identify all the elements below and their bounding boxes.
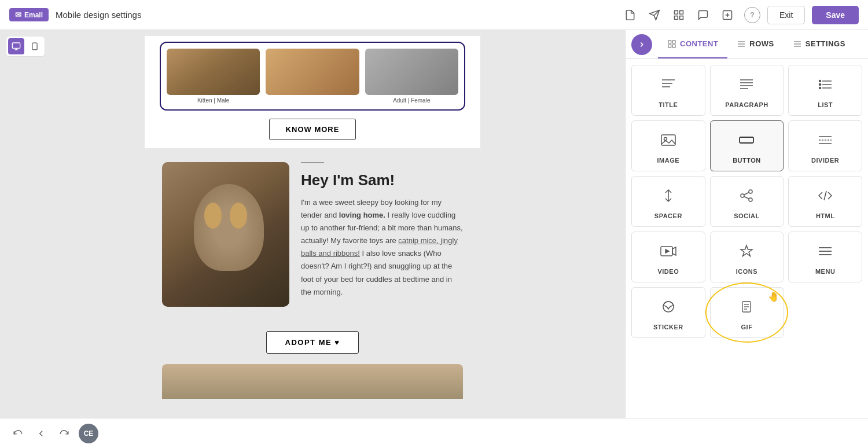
svg-rect-5 — [680, 16, 683, 19]
svg-rect-2 — [674, 10, 678, 14]
svg-rect-12 — [32, 43, 37, 50]
widget-button-label: BUTTON — [733, 157, 761, 164]
widget-divider[interactable]: DIVIDER — [788, 120, 862, 171]
widget-paragraph[interactable]: PARAGRAPH — [710, 65, 784, 116]
sam-image — [162, 162, 289, 307]
right-panel: CONTENT ROWS SETTINGS TITLE — [625, 30, 868, 418]
svg-line-48 — [744, 197, 749, 199]
panel-tabs: CONTENT ROWS SETTINGS — [626, 30, 868, 59]
help-button[interactable]: ? — [744, 7, 760, 23]
widget-title-label: TITLE — [659, 101, 678, 108]
sam-divider — [301, 162, 324, 163]
chat-icon[interactable] — [693, 5, 713, 25]
widget-paragraph-label: PARAGRAPH — [725, 101, 768, 108]
html-icon — [816, 187, 834, 207]
gif-icon — [738, 298, 755, 318]
adopt-me-button[interactable]: ADOPT ME ♥ — [266, 331, 359, 354]
know-more-button[interactable]: KNOW MORE — [269, 119, 356, 140]
topbar-right: ? Exit Save — [744, 6, 859, 24]
widget-divider-label: DIVIDER — [811, 157, 839, 164]
widget-grid: TITLE PARAGRAPH LIST — [631, 65, 862, 338]
cat-item-2 — [266, 49, 359, 104]
svg-rect-9 — [12, 43, 20, 48]
topbar: Email Mobile design settings ? Exit Save — [0, 0, 868, 30]
email-badge[interactable]: Email — [9, 8, 49, 21]
tab-rows[interactable]: ROWS — [727, 30, 783, 58]
know-more-section: KNOW MORE — [145, 111, 480, 148]
svg-rect-4 — [674, 16, 678, 19]
sam-text: Hey I'm Sam! I'm a wee sweet sleepy boy … — [301, 162, 463, 299]
sam-content: Hey I'm Sam! I'm a wee sweet sleepy boy … — [162, 162, 463, 307]
cat-label-3: Adult | Female — [365, 97, 458, 104]
svg-point-35 — [819, 87, 821, 89]
widget-html[interactable]: HTML — [788, 176, 862, 227]
send-icon[interactable] — [645, 5, 664, 25]
sam-description: I'm a wee sweet sleepy boy looking for m… — [301, 196, 463, 299]
tab-settings[interactable]: SETTINGS — [784, 30, 855, 58]
adopt-section: ADOPT ME ♥ — [145, 321, 480, 364]
widget-image[interactable]: IMAGE — [631, 120, 705, 171]
widget-spacer[interactable]: SPACER — [631, 176, 705, 227]
bottom-image — [162, 364, 463, 399]
widget-menu-label: MENU — [815, 268, 835, 275]
tab-settings-label: SETTINGS — [806, 39, 845, 48]
widget-sticker[interactable]: STICKER — [631, 287, 705, 338]
button-icon — [738, 131, 755, 151]
widget-icons[interactable]: ICONS — [710, 232, 784, 282]
svg-rect-39 — [740, 137, 753, 143]
sam-desc-bold: loving home. — [339, 211, 385, 219]
device-toggle — [6, 36, 45, 57]
widget-button[interactable]: BUTTON — [710, 120, 784, 171]
svg-point-44 — [749, 190, 752, 193]
widget-video-label: VIDEO — [657, 268, 679, 275]
undo-button[interactable] — [9, 425, 27, 442]
svg-rect-37 — [661, 135, 675, 145]
widget-list[interactable]: LIST — [788, 65, 862, 116]
topbar-icons — [620, 5, 737, 25]
canvas-area: Kitten | Male Adult | Female KNOW MORE — [0, 30, 625, 418]
avatar: CE — [79, 424, 98, 443]
sticker-icon — [660, 298, 677, 318]
redo-button[interactable] — [56, 425, 73, 442]
tab-content[interactable]: CONTENT — [658, 30, 727, 58]
widget-gif[interactable]: GIF 🤚 — [710, 287, 784, 338]
video-icon — [660, 243, 677, 262]
svg-rect-16 — [668, 45, 671, 47]
svg-rect-3 — [680, 10, 683, 14]
undo-step-button[interactable] — [32, 425, 50, 442]
exit-button[interactable]: Exit — [767, 6, 805, 24]
grid-icon[interactable] — [669, 5, 689, 25]
bottombar: CE — [0, 418, 868, 448]
desktop-device-btn[interactable] — [8, 38, 24, 54]
cat-image-1 — [167, 49, 260, 95]
title-icon — [660, 76, 677, 96]
svg-rect-14 — [668, 41, 671, 43]
menu-icon — [816, 243, 834, 262]
panel-toggle-button[interactable] — [631, 34, 652, 55]
svg-marker-51 — [672, 247, 676, 255]
cat-label-1: Kitten | Male — [167, 97, 260, 104]
cat-item-1: Kitten | Male — [167, 49, 260, 104]
tab-rows-label: ROWS — [749, 39, 774, 48]
save-button[interactable]: Save — [812, 6, 859, 24]
svg-marker-53 — [741, 245, 752, 256]
widget-gif-label: GIF — [741, 324, 753, 331]
spacer-icon — [660, 187, 677, 207]
svg-point-46 — [749, 198, 752, 201]
email-badge-label: Email — [24, 11, 43, 19]
widget-spacer-label: SPACER — [654, 212, 682, 219]
mobile-device-btn[interactable] — [27, 38, 43, 54]
widget-video[interactable]: VIDEO — [631, 232, 705, 282]
svg-marker-52 — [665, 249, 669, 253]
panel-content: TITLE PARAGRAPH LIST — [626, 59, 868, 418]
cat-item-3: Adult | Female — [365, 49, 458, 104]
widget-social[interactable]: SOCIAL — [710, 176, 784, 227]
document-icon[interactable] — [620, 5, 640, 25]
svg-line-49 — [824, 191, 826, 200]
paragraph-icon — [738, 76, 755, 96]
widget-menu[interactable]: MENU — [788, 232, 862, 282]
tab-content-label: CONTENT — [680, 39, 718, 48]
widget-sticker-label: STICKER — [653, 324, 683, 331]
add-block-icon[interactable] — [718, 5, 737, 25]
widget-title[interactable]: TITLE — [631, 65, 705, 116]
